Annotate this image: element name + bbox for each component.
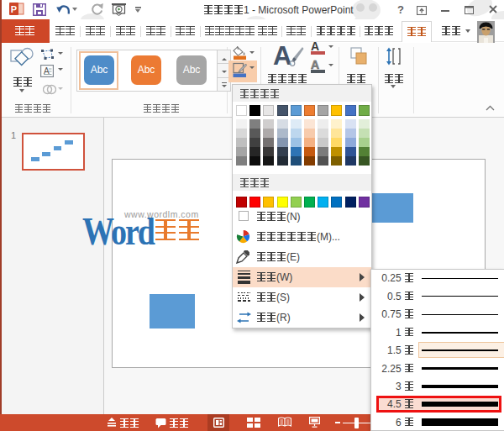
svg-text:P: P — [11, 4, 17, 14]
